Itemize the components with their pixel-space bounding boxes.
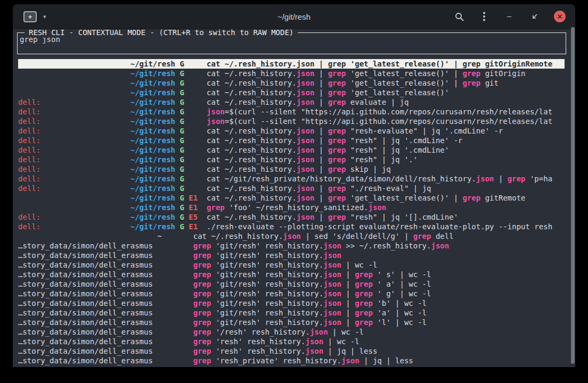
history-row[interactable]: …story_data/simon/dell_erasmus grep 'git… — [18, 298, 565, 308]
scrollbar[interactable] — [571, 26, 575, 366]
history-row[interactable]: ~/git/resh G cat ~/.resh_history.json | … — [18, 78, 565, 88]
chevron-down-icon[interactable]: ▾ — [43, 13, 46, 20]
history-row[interactable]: …story_data/simon/dell_erasmus grep 'git… — [18, 251, 565, 260]
history-row[interactable]: …story_data/simon/dell_erasmus grep 'git… — [18, 289, 565, 298]
history-row[interactable]: ~/git/resh G cat ~/.resh_history.json | … — [18, 69, 565, 78]
search-icon[interactable] — [454, 11, 464, 22]
history-row[interactable]: dell: ~/git/resh G cat ~/.resh_history.j… — [18, 164, 565, 174]
history-row[interactable]: dell: ~/git/resh G E1 ./resh-evaluate --… — [18, 222, 565, 231]
history-row[interactable]: dell: ~/git/resh G cat ~/git/resh_privat… — [18, 174, 565, 184]
history-row[interactable]: dell: ~/git/resh G E5 cat ~/.resh_histor… — [18, 212, 565, 222]
history-row[interactable]: dell: ~/git/resh G json=$(curl --silent … — [18, 107, 565, 116]
history-row[interactable]: dell: ~/git/resh G json=$(curl --silent … — [18, 116, 565, 126]
history-row[interactable]: dell: ~/git/resh G cat ~/.resh_history.j… — [18, 136, 565, 145]
history-row[interactable]: dell: ~/git/resh G cat ~/.resh_history.j… — [18, 126, 565, 136]
history-row[interactable]: ~/git/resh G cat ~/.resh_history.json | … — [18, 59, 565, 69]
history-row[interactable]: …story_data/simon/dell_erasmus grep 'git… — [18, 260, 565, 270]
history-row[interactable]: …story_data/simon/dell_erasmus grep 'git… — [18, 241, 565, 251]
restore-button[interactable] — [529, 11, 540, 22]
terminal-content[interactable]: RESH CLI - CONTEXTUAL MODE - (CTRL+R to … — [13, 29, 575, 367]
history-row[interactable]: ~/git/resh G cat ~/.resh_history.json | … — [18, 88, 565, 97]
history-row[interactable]: …story_data/simon/dell_erasmus grep 'git… — [18, 318, 565, 327]
menu-kebab-icon[interactable] — [479, 11, 489, 22]
history-row[interactable]: ~/git/resh G E1 grep 'foo' ~/resh_histor… — [18, 203, 565, 212]
new-tab-button[interactable]: + — [23, 11, 37, 22]
resh-mode-label: RESH CLI - CONTEXTUAL MODE - (CTRL+R to … — [24, 29, 298, 37]
close-button[interactable]: ✕ — [554, 11, 566, 22]
history-row[interactable]: …story_data/simon/dell_erasmus grep 'git… — [18, 279, 565, 289]
history-row[interactable]: ~/git/resh G E1 cat ~/.resh_history.json… — [18, 193, 565, 203]
history-row[interactable]: ~ cat ~/.resh_history.json | sed 's/dell… — [18, 231, 565, 241]
history-list: ~/git/resh G cat ~/.resh_history.json | … — [18, 59, 565, 365]
minimize-button[interactable]: – — [504, 11, 514, 22]
history-row[interactable]: dell: ~/git/resh G cat ~/.resh_history.j… — [18, 184, 565, 193]
history-row[interactable]: …story_data/simon/dell_erasmus grep 'res… — [18, 337, 565, 346]
titlebar: + ▾ ~/git/resh – — [13, 4, 575, 29]
history-row[interactable]: dell: ~/git/resh G cat ~/.resh_history.j… — [18, 97, 565, 107]
history-row[interactable]: …story_data/simon/dell_erasmus grep 'git… — [18, 308, 565, 318]
history-row[interactable]: …story_data/simon/dell_erasmus grep '/re… — [18, 327, 565, 337]
history-row[interactable]: …story_data/simon/dell_erasmus grep 'res… — [18, 356, 565, 365]
history-row[interactable]: …story_data/simon/dell_erasmus grep 'res… — [18, 346, 565, 356]
history-row[interactable]: dell: ~/git/resh G cat ~/.resh_history.j… — [18, 155, 565, 164]
history-row[interactable]: dell: ~/git/resh G cat ~/.resh_history.j… — [18, 145, 565, 155]
scrollbar-thumb[interactable] — [571, 27, 575, 364]
terminal-window: + ▾ ~/git/resh – — [13, 4, 575, 367]
resh-header-box: RESH CLI - CONTEXTUAL MODE - (CTRL+R to … — [17, 32, 566, 54]
history-row[interactable]: …story_data/simon/dell_erasmus grep 'git… — [18, 270, 565, 279]
